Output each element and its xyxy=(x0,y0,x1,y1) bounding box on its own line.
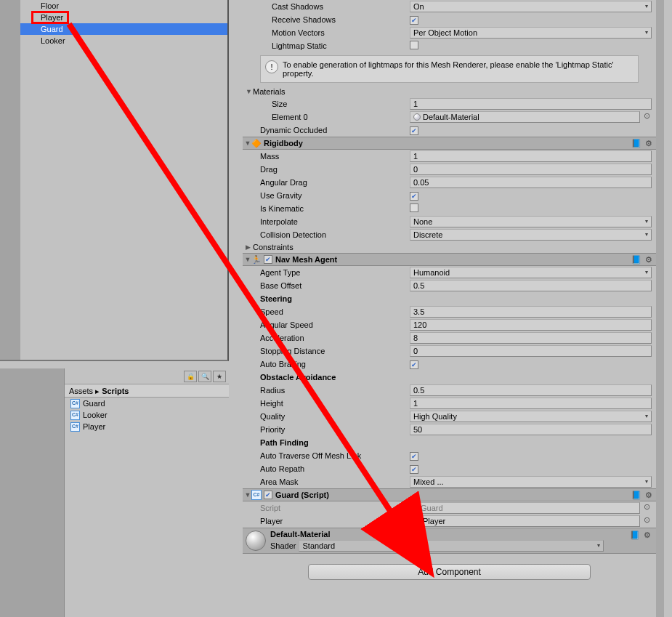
priority-input[interactable]: 50 xyxy=(410,424,652,435)
csharp-icon: C# xyxy=(413,504,421,512)
search-icon[interactable]: 🔍 xyxy=(198,371,211,382)
guard-enable-checkbox[interactable] xyxy=(264,491,272,499)
guard-script-header[interactable]: ▼ C# Guard (Script) 📘 ⚙ xyxy=(243,488,656,501)
hierarchy-list: Floor Player Guard Looker xyxy=(20,0,227,360)
shader-dropdown[interactable]: Standard xyxy=(299,540,604,552)
asset-label: Player xyxy=(83,421,105,432)
object-picker-icon[interactable]: ⊙ xyxy=(641,111,652,123)
csharp-icon: C# xyxy=(70,411,80,420)
material-preview-icon xyxy=(246,531,266,551)
project-asset-list: C# Guard C# Looker C# Player xyxy=(65,398,229,617)
auto-traverse-checkbox[interactable] xyxy=(410,452,418,461)
constraints-foldout[interactable]: ▶ Constraints xyxy=(243,241,656,253)
quality-dropdown[interactable]: High Quality xyxy=(410,411,652,422)
fold-icon: ▶ xyxy=(246,243,253,251)
csharp-icon: C# xyxy=(251,490,262,500)
materials-size-input[interactable]: 1 xyxy=(410,98,652,110)
prop-materials-size: Size 1 xyxy=(243,97,656,110)
speed-input[interactable]: 3.5 xyxy=(410,306,652,318)
project-folder-tree[interactable] xyxy=(0,368,65,617)
fold-icon: ▼ xyxy=(244,137,251,150)
help-icon[interactable]: 📘 xyxy=(631,139,641,148)
prop-element0: Element 0 Default-Material ⊙ xyxy=(243,110,656,124)
help-icon[interactable]: 📘 xyxy=(631,491,641,500)
acceleration-input[interactable]: 8 xyxy=(410,332,652,344)
cast-shadows-dropdown[interactable]: On xyxy=(410,1,652,12)
breadcrumb-separator: ▸ xyxy=(95,387,100,395)
collision-detection-dropdown[interactable]: Discrete xyxy=(410,229,652,241)
angular-speed-input[interactable]: 120 xyxy=(410,319,652,331)
motion-vectors-dropdown[interactable]: Per Object Motion xyxy=(410,27,652,39)
stopping-distance-input[interactable]: 0 xyxy=(410,345,652,357)
height-input[interactable]: 1 xyxy=(410,398,652,409)
area-mask-dropdown[interactable]: Mixed ... xyxy=(410,476,652,488)
asset-player-script[interactable]: C# Player xyxy=(65,421,229,432)
lock-icon[interactable]: 🔒 xyxy=(184,371,197,382)
material-name: Default-Material xyxy=(270,530,604,539)
help-icon[interactable]: 📘 xyxy=(631,531,640,540)
player-objectfield[interactable]: Player xyxy=(410,515,640,527)
angular-drag-input[interactable]: 0.05 xyxy=(410,177,652,188)
auto-braking-checkbox[interactable] xyxy=(410,360,418,369)
auto-repath-checkbox[interactable] xyxy=(410,465,418,474)
navmeshagent-header[interactable]: ▼ 🏃 Nav Mesh Agent 📘 ⚙ xyxy=(243,253,656,266)
agent-type-dropdown[interactable]: Humanoid xyxy=(410,267,652,278)
hierarchy-item-guard[interactable]: Guard xyxy=(20,23,227,35)
mass-input[interactable]: 1 xyxy=(410,150,652,162)
lightmap-info-box: ! To enable generation of lightmaps for … xyxy=(260,55,639,83)
use-gravity-checkbox[interactable] xyxy=(410,192,418,201)
prop-lightmap-static: Lightmap Static xyxy=(243,39,656,52)
help-icon[interactable]: 📘 xyxy=(631,255,641,265)
asset-looker-script[interactable]: C# Looker xyxy=(65,409,229,421)
info-icon: ! xyxy=(265,60,278,73)
hierarchy-panel: Floor Player Guard Looker xyxy=(0,0,229,361)
gear-icon[interactable]: ⚙ xyxy=(642,531,652,540)
project-toolbar: 🔒 🔍 ★ xyxy=(65,368,229,384)
inspector-panel: Cast Shadows On Receive Shadows Motion V… xyxy=(243,0,664,617)
materials-foldout[interactable]: ▼ Materials xyxy=(243,86,656,97)
prop-cast-shadows: Cast Shadows On xyxy=(243,0,656,13)
fold-icon: ▼ xyxy=(244,253,251,266)
project-panel: 🔒 🔍 ★ Assets ▸ Scripts C# Guard C# Looke… xyxy=(0,368,229,617)
csharp-icon: C# xyxy=(70,399,80,408)
breadcrumb-current[interactable]: Scripts xyxy=(102,387,129,395)
radius-input[interactable]: 0.5 xyxy=(410,384,652,396)
script-objectfield: C# Guard xyxy=(410,502,640,514)
hierarchy-item-player[interactable]: Player xyxy=(20,12,227,23)
hierarchy-item-looker[interactable]: Looker xyxy=(20,35,227,47)
favorite-icon[interactable]: ★ xyxy=(213,371,226,382)
obstacle-avoidance-subheader: Obstacle Avoidance xyxy=(243,371,656,384)
asset-label: Looker xyxy=(83,409,108,421)
gear-icon[interactable]: ⚙ xyxy=(644,491,653,500)
object-picker-icon[interactable]: ⊙ xyxy=(641,502,652,514)
rigidbody-header[interactable]: ▼ 🔶 Rigidbody 📘 ⚙ xyxy=(243,137,656,150)
hierarchy-leftbar xyxy=(0,0,20,360)
base-offset-input[interactable]: 0.5 xyxy=(410,280,652,291)
drag-input[interactable]: 0 xyxy=(410,164,652,175)
prop-dynamic-occluded: Dynamic Occluded xyxy=(243,124,656,137)
gear-icon[interactable]: ⚙ xyxy=(644,255,653,265)
object-picker-icon[interactable]: ⊙ xyxy=(641,515,652,527)
hierarchy-item-floor[interactable]: Floor xyxy=(20,0,227,12)
dynamic-occluded-checkbox[interactable] xyxy=(410,126,418,135)
interpolate-dropdown[interactable]: None xyxy=(410,216,652,227)
breadcrumb[interactable]: Assets ▸ Scripts xyxy=(65,384,229,398)
receive-shadows-checkbox[interactable] xyxy=(410,16,418,25)
fold-icon: ▼ xyxy=(244,488,251,501)
add-component-button[interactable]: Add Component xyxy=(308,564,591,580)
rigidbody-icon: 🔶 xyxy=(251,138,262,148)
asset-guard-script[interactable]: C# Guard xyxy=(65,398,229,409)
shader-label: Shader xyxy=(270,541,296,550)
gear-icon[interactable]: ⚙ xyxy=(644,139,653,148)
material-header[interactable]: Default-Material Shader Standard 📘 ⚙ xyxy=(243,528,656,554)
lightmap-static-checkbox[interactable] xyxy=(410,41,418,49)
navmesh-enable-checkbox[interactable] xyxy=(264,255,272,264)
breadcrumb-root[interactable]: Assets xyxy=(69,387,93,395)
material-icon xyxy=(413,113,421,121)
inspector-scrollbar[interactable] xyxy=(656,0,664,617)
element0-objectfield[interactable]: Default-Material xyxy=(410,111,640,123)
fold-icon: ▼ xyxy=(246,88,253,95)
is-kinematic-checkbox[interactable] xyxy=(410,203,418,212)
steering-subheader: Steering xyxy=(243,292,656,305)
path-finding-subheader: Path Finding xyxy=(243,436,656,449)
